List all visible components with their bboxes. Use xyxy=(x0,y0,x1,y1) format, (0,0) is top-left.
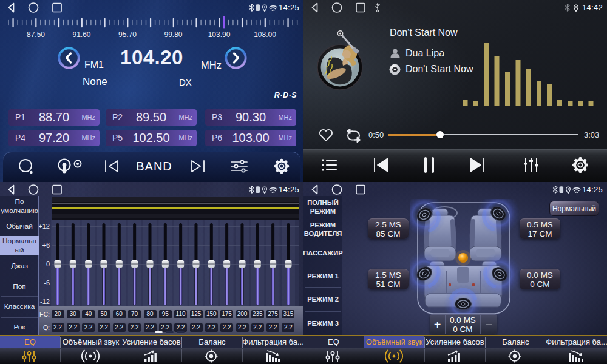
svg-text:103.90: 103.90 xyxy=(208,30,231,39)
svg-text:-6: -6 xyxy=(44,279,50,286)
svg-text:-12: -12 xyxy=(40,298,50,305)
svg-text:99.80: 99.80 xyxy=(164,30,182,39)
svg-text:87.50: 87.50 xyxy=(27,30,45,39)
svg-text:BAND: BAND xyxy=(136,160,172,173)
svg-text:91.60: 91.60 xyxy=(72,30,90,39)
svg-text:+12: +12 xyxy=(39,223,50,230)
svg-text:+6: +6 xyxy=(42,241,50,249)
svg-text:0: 0 xyxy=(46,260,50,268)
svg-text:95.70: 95.70 xyxy=(118,30,137,39)
svg-text:108.00: 108.00 xyxy=(254,30,276,39)
